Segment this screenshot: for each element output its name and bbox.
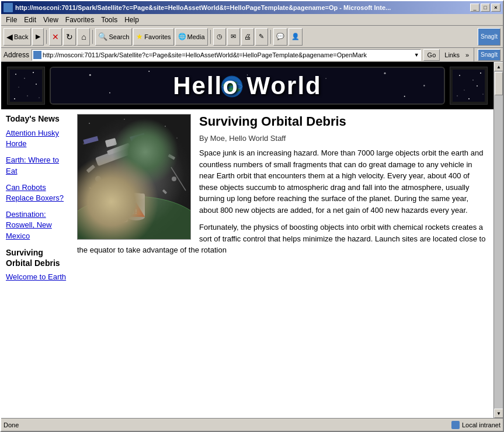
toolbar-separator-1 xyxy=(46,30,47,44)
svg-point-12 xyxy=(384,72,386,74)
sidebar-link-attention[interactable]: Attention Husky Horde xyxy=(6,128,70,149)
star-field-right xyxy=(453,70,485,102)
scroll-up-button[interactable]: ▲ xyxy=(494,62,503,71)
svg-point-50 xyxy=(127,213,145,220)
refresh-button[interactable]: ↻ xyxy=(63,28,76,46)
menu-bar: File Edit View Favorites Tools Help xyxy=(1,14,503,26)
links-chevron-icon[interactable]: » xyxy=(464,51,470,58)
toolbar-separator-2 xyxy=(92,30,93,44)
svg-rect-42 xyxy=(105,138,117,147)
title-bar: http://mosconi:7011/Spark/Satellite?c=Pa… xyxy=(1,1,503,14)
menu-view[interactable]: View xyxy=(40,15,62,25)
menu-edit[interactable]: Edit xyxy=(20,15,40,25)
address-separator xyxy=(474,48,474,62)
svg-point-10 xyxy=(89,74,91,76)
article-image: ! xyxy=(77,114,191,240)
address-dropdown-icon[interactable]: ▼ xyxy=(414,52,419,58)
media-button[interactable]: 🌐 Media xyxy=(175,28,208,46)
svg-point-33 xyxy=(165,126,166,127)
mail-icon: ✉ xyxy=(231,33,236,40)
favorites-label: Favorites xyxy=(144,33,171,40)
vertical-scrollbar: ▲ ▼ xyxy=(493,62,503,418)
edit-button[interactable]: ✎ xyxy=(255,28,268,46)
svg-point-15 xyxy=(109,92,110,94)
search-label: Search xyxy=(109,33,129,40)
browser-window: http://mosconi:7011/Spark/Satellite?c=Pa… xyxy=(0,0,504,432)
history-icon: ◷ xyxy=(217,33,223,40)
search-button[interactable]: 🔍 Search xyxy=(95,28,132,46)
favorites-button[interactable]: ★ Favorites xyxy=(133,28,173,46)
media-label: Media xyxy=(187,33,205,40)
svg-point-55 xyxy=(172,177,176,181)
history-button[interactable]: ◷ xyxy=(213,28,226,46)
svg-point-1 xyxy=(15,74,16,75)
svg-point-28 xyxy=(468,98,470,99)
svg-point-24 xyxy=(480,72,481,74)
menu-file[interactable]: File xyxy=(2,15,20,25)
svg-point-4 xyxy=(18,87,19,87)
star-field-left xyxy=(10,70,42,102)
sidebar-link-destination[interactable]: Destination: Roswell, New Mexico xyxy=(6,209,70,241)
browser-icon xyxy=(4,3,13,12)
svg-rect-38 xyxy=(95,142,142,166)
messenger-button[interactable]: 👤 xyxy=(289,28,303,46)
svg-rect-21 xyxy=(453,70,485,102)
messenger-icon: 👤 xyxy=(291,33,300,40)
back-label: Back xyxy=(14,33,28,40)
back-button[interactable]: ◀ Back xyxy=(4,28,31,46)
address-input[interactable] xyxy=(43,51,413,58)
main-content: ! xyxy=(77,114,489,288)
scroll-thumb[interactable] xyxy=(495,72,503,95)
svg-point-35 xyxy=(83,143,84,144)
home-button[interactable]: ⌂ xyxy=(77,28,90,46)
page-content-area: Hello World xyxy=(1,62,503,418)
minimize-button[interactable]: _ xyxy=(470,4,479,12)
svg-rect-40 xyxy=(83,136,98,144)
scroll-track[interactable] xyxy=(494,71,503,409)
menu-favorites[interactable]: Favorites xyxy=(62,15,98,25)
discuss-button[interactable]: 💬 xyxy=(273,28,287,46)
svg-point-54 xyxy=(111,203,114,207)
svg-rect-59 xyxy=(109,212,128,225)
sidebar-link-earth-eat[interactable]: Earth: Where to Eat xyxy=(6,155,70,176)
svg-point-46 xyxy=(95,176,101,182)
window-title: http://mosconi:7011/Spark/Satellite?c=Pa… xyxy=(15,4,391,11)
status-right: Local intranet xyxy=(451,421,500,429)
sidebar-link-robots[interactable]: Can Robots Replace Boxers? xyxy=(6,182,70,203)
svg-point-32 xyxy=(124,119,124,119)
maximize-button[interactable]: □ xyxy=(481,4,490,12)
go-button[interactable]: Go xyxy=(423,49,440,61)
mail-button[interactable]: ✉ xyxy=(227,28,240,46)
svg-point-11 xyxy=(148,71,150,72)
menu-tools[interactable]: Tools xyxy=(98,15,121,25)
svg-point-43 xyxy=(144,158,151,165)
scroll-down-button[interactable]: ▼ xyxy=(494,409,503,418)
svg-text:!: ! xyxy=(135,209,137,215)
menu-help[interactable]: Help xyxy=(121,15,142,25)
close-button[interactable]: × xyxy=(491,4,500,12)
svg-point-7 xyxy=(14,98,15,99)
status-bar: Done Local intranet xyxy=(1,418,503,431)
sidebar: Today's News Attention Husky Horde Earth… xyxy=(6,114,70,288)
stop-button[interactable]: ✕ xyxy=(49,28,62,46)
site-title: Hello World xyxy=(173,72,322,100)
snagit-address-button[interactable]: SnagIt xyxy=(478,49,500,61)
sidebar-link-welcome[interactable]: Welcome to Earth xyxy=(6,272,70,282)
address-bar: Address ▼ Go Links » SnagIt xyxy=(1,48,503,62)
forward-button[interactable]: ▶ xyxy=(32,28,44,46)
page-favicon xyxy=(33,51,41,59)
print-button[interactable]: 🖨 xyxy=(241,28,254,46)
svg-line-57 xyxy=(89,188,116,199)
svg-point-48 xyxy=(127,193,145,200)
snagit-button[interactable]: SnagIt xyxy=(478,28,500,46)
svg-point-6 xyxy=(27,95,28,96)
svg-rect-0 xyxy=(10,70,42,102)
toolbar-separator-3 xyxy=(210,30,211,44)
svg-point-8 xyxy=(39,97,39,98)
svg-line-58 xyxy=(171,167,186,191)
svg-rect-56 xyxy=(162,189,167,194)
svg-rect-61 xyxy=(126,210,135,216)
title-bar-left: http://mosconi:7011/Spark/Satellite?c=Pa… xyxy=(4,3,391,12)
svg-point-37 xyxy=(78,196,191,240)
svg-point-5 xyxy=(36,84,37,85)
